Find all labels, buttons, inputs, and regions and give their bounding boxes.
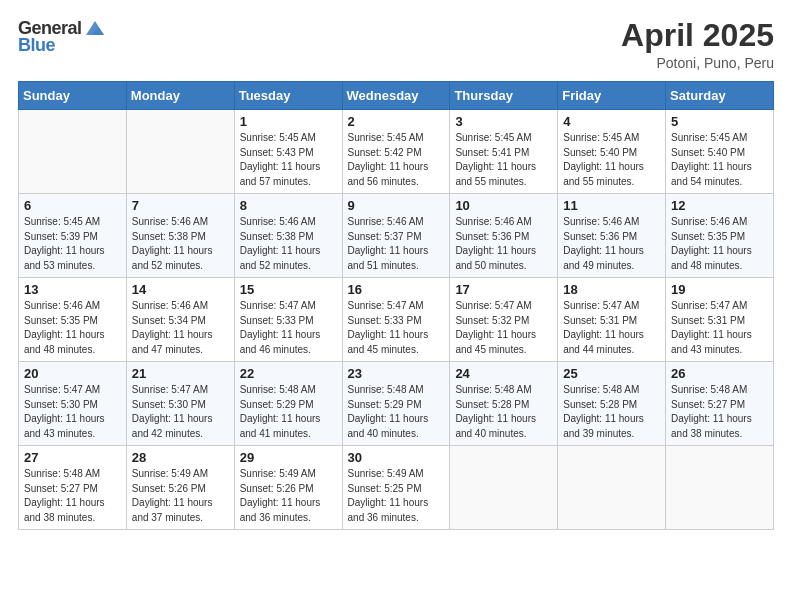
day-number: 22 [240, 366, 337, 381]
day-info: Sunrise: 5:46 AM Sunset: 5:36 PM Dayligh… [455, 215, 552, 273]
day-number: 21 [132, 366, 229, 381]
day-number: 8 [240, 198, 337, 213]
day-info: Sunrise: 5:48 AM Sunset: 5:28 PM Dayligh… [563, 383, 660, 441]
day-info: Sunrise: 5:49 AM Sunset: 5:26 PM Dayligh… [240, 467, 337, 525]
day-number: 7 [132, 198, 229, 213]
table-row: 16Sunrise: 5:47 AM Sunset: 5:33 PM Dayli… [342, 278, 450, 362]
table-row: 15Sunrise: 5:47 AM Sunset: 5:33 PM Dayli… [234, 278, 342, 362]
calendar-table: Sunday Monday Tuesday Wednesday Thursday… [18, 81, 774, 530]
col-friday: Friday [558, 82, 666, 110]
calendar-week-row: 20Sunrise: 5:47 AM Sunset: 5:30 PM Dayli… [19, 362, 774, 446]
day-info: Sunrise: 5:45 AM Sunset: 5:42 PM Dayligh… [348, 131, 445, 189]
table-row: 10Sunrise: 5:46 AM Sunset: 5:36 PM Dayli… [450, 194, 558, 278]
table-row: 28Sunrise: 5:49 AM Sunset: 5:26 PM Dayli… [126, 446, 234, 530]
day-info: Sunrise: 5:46 AM Sunset: 5:38 PM Dayligh… [132, 215, 229, 273]
col-monday: Monday [126, 82, 234, 110]
day-info: Sunrise: 5:47 AM Sunset: 5:33 PM Dayligh… [348, 299, 445, 357]
logo-blue-text: Blue [18, 35, 55, 56]
day-info: Sunrise: 5:46 AM Sunset: 5:35 PM Dayligh… [24, 299, 121, 357]
calendar-body: 1Sunrise: 5:45 AM Sunset: 5:43 PM Daylig… [19, 110, 774, 530]
table-row [666, 446, 774, 530]
col-thursday: Thursday [450, 82, 558, 110]
table-row: 24Sunrise: 5:48 AM Sunset: 5:28 PM Dayli… [450, 362, 558, 446]
day-info: Sunrise: 5:48 AM Sunset: 5:29 PM Dayligh… [240, 383, 337, 441]
table-row: 7Sunrise: 5:46 AM Sunset: 5:38 PM Daylig… [126, 194, 234, 278]
day-info: Sunrise: 5:49 AM Sunset: 5:26 PM Dayligh… [132, 467, 229, 525]
table-row: 12Sunrise: 5:46 AM Sunset: 5:35 PM Dayli… [666, 194, 774, 278]
table-row: 3Sunrise: 5:45 AM Sunset: 5:41 PM Daylig… [450, 110, 558, 194]
day-info: Sunrise: 5:45 AM Sunset: 5:40 PM Dayligh… [671, 131, 768, 189]
day-number: 25 [563, 366, 660, 381]
table-row: 9Sunrise: 5:46 AM Sunset: 5:37 PM Daylig… [342, 194, 450, 278]
table-row: 13Sunrise: 5:46 AM Sunset: 5:35 PM Dayli… [19, 278, 127, 362]
day-number: 15 [240, 282, 337, 297]
day-number: 20 [24, 366, 121, 381]
day-number: 24 [455, 366, 552, 381]
table-row: 19Sunrise: 5:47 AM Sunset: 5:31 PM Dayli… [666, 278, 774, 362]
table-row: 1Sunrise: 5:45 AM Sunset: 5:43 PM Daylig… [234, 110, 342, 194]
day-info: Sunrise: 5:45 AM Sunset: 5:43 PM Dayligh… [240, 131, 337, 189]
day-number: 29 [240, 450, 337, 465]
day-info: Sunrise: 5:48 AM Sunset: 5:29 PM Dayligh… [348, 383, 445, 441]
day-info: Sunrise: 5:49 AM Sunset: 5:25 PM Dayligh… [348, 467, 445, 525]
day-info: Sunrise: 5:48 AM Sunset: 5:27 PM Dayligh… [24, 467, 121, 525]
day-number: 12 [671, 198, 768, 213]
day-info: Sunrise: 5:45 AM Sunset: 5:39 PM Dayligh… [24, 215, 121, 273]
day-number: 4 [563, 114, 660, 129]
table-row: 30Sunrise: 5:49 AM Sunset: 5:25 PM Dayli… [342, 446, 450, 530]
logo-icon [84, 17, 106, 39]
day-number: 5 [671, 114, 768, 129]
day-number: 14 [132, 282, 229, 297]
col-sunday: Sunday [19, 82, 127, 110]
table-row: 29Sunrise: 5:49 AM Sunset: 5:26 PM Dayli… [234, 446, 342, 530]
table-row: 8Sunrise: 5:46 AM Sunset: 5:38 PM Daylig… [234, 194, 342, 278]
day-number: 6 [24, 198, 121, 213]
day-number: 11 [563, 198, 660, 213]
page-location: Potoni, Puno, Peru [621, 55, 774, 71]
table-row [450, 446, 558, 530]
table-row: 4Sunrise: 5:45 AM Sunset: 5:40 PM Daylig… [558, 110, 666, 194]
day-number: 30 [348, 450, 445, 465]
table-row: 27Sunrise: 5:48 AM Sunset: 5:27 PM Dayli… [19, 446, 127, 530]
table-row: 6Sunrise: 5:45 AM Sunset: 5:39 PM Daylig… [19, 194, 127, 278]
col-tuesday: Tuesday [234, 82, 342, 110]
table-row: 5Sunrise: 5:45 AM Sunset: 5:40 PM Daylig… [666, 110, 774, 194]
day-info: Sunrise: 5:46 AM Sunset: 5:38 PM Dayligh… [240, 215, 337, 273]
logo: General Blue [18, 18, 106, 56]
table-row [558, 446, 666, 530]
day-number: 3 [455, 114, 552, 129]
title-block: April 2025 Potoni, Puno, Peru [621, 18, 774, 71]
table-row: 20Sunrise: 5:47 AM Sunset: 5:30 PM Dayli… [19, 362, 127, 446]
day-number: 9 [348, 198, 445, 213]
table-row: 18Sunrise: 5:47 AM Sunset: 5:31 PM Dayli… [558, 278, 666, 362]
day-info: Sunrise: 5:47 AM Sunset: 5:30 PM Dayligh… [24, 383, 121, 441]
table-row: 23Sunrise: 5:48 AM Sunset: 5:29 PM Dayli… [342, 362, 450, 446]
table-row: 25Sunrise: 5:48 AM Sunset: 5:28 PM Dayli… [558, 362, 666, 446]
day-info: Sunrise: 5:46 AM Sunset: 5:37 PM Dayligh… [348, 215, 445, 273]
calendar-week-row: 6Sunrise: 5:45 AM Sunset: 5:39 PM Daylig… [19, 194, 774, 278]
day-info: Sunrise: 5:45 AM Sunset: 5:40 PM Dayligh… [563, 131, 660, 189]
table-row [126, 110, 234, 194]
day-info: Sunrise: 5:48 AM Sunset: 5:28 PM Dayligh… [455, 383, 552, 441]
day-info: Sunrise: 5:47 AM Sunset: 5:33 PM Dayligh… [240, 299, 337, 357]
calendar-week-row: 13Sunrise: 5:46 AM Sunset: 5:35 PM Dayli… [19, 278, 774, 362]
day-number: 1 [240, 114, 337, 129]
day-info: Sunrise: 5:48 AM Sunset: 5:27 PM Dayligh… [671, 383, 768, 441]
table-row: 14Sunrise: 5:46 AM Sunset: 5:34 PM Dayli… [126, 278, 234, 362]
header: General Blue April 2025 Potoni, Puno, Pe… [18, 18, 774, 71]
day-number: 17 [455, 282, 552, 297]
day-info: Sunrise: 5:46 AM Sunset: 5:35 PM Dayligh… [671, 215, 768, 273]
day-info: Sunrise: 5:47 AM Sunset: 5:32 PM Dayligh… [455, 299, 552, 357]
calendar-week-row: 27Sunrise: 5:48 AM Sunset: 5:27 PM Dayli… [19, 446, 774, 530]
page-title: April 2025 [621, 18, 774, 53]
day-number: 26 [671, 366, 768, 381]
day-number: 27 [24, 450, 121, 465]
calendar-week-row: 1Sunrise: 5:45 AM Sunset: 5:43 PM Daylig… [19, 110, 774, 194]
day-number: 19 [671, 282, 768, 297]
day-number: 16 [348, 282, 445, 297]
day-number: 18 [563, 282, 660, 297]
table-row [19, 110, 127, 194]
day-number: 2 [348, 114, 445, 129]
calendar-header-row: Sunday Monday Tuesday Wednesday Thursday… [19, 82, 774, 110]
day-number: 13 [24, 282, 121, 297]
